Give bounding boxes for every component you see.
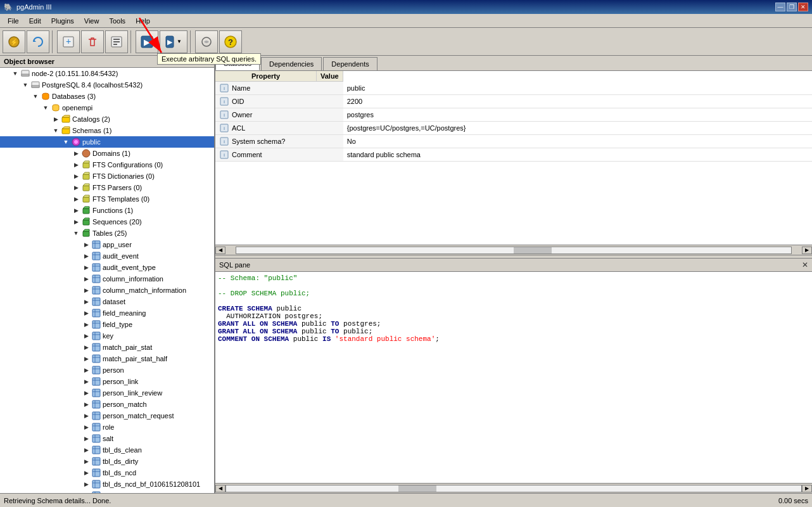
tree-node-sequences[interactable]: ▶ Sequences (20) xyxy=(0,216,214,228)
expand-icon[interactable]: ▶ xyxy=(81,308,91,318)
expand-icon[interactable]: ▶ xyxy=(81,411,91,421)
tree-node-table-role[interactable]: ▶ role xyxy=(0,421,214,433)
execute-button[interactable]: ▶ xyxy=(136,30,158,53)
tree-node-ftsconfigs[interactable]: ▶ FTS Configurations (0) xyxy=(0,159,214,170)
expand-icon[interactable]: ▼ xyxy=(20,80,30,90)
menu-file[interactable]: File xyxy=(3,16,24,26)
tree-node-tables[interactable]: ▼ Tables (25) xyxy=(0,228,214,239)
expand-icon[interactable]: ▶ xyxy=(81,274,91,284)
expand-icon[interactable]: ▼ xyxy=(51,125,61,136)
tree-node-ftstemplates[interactable]: ▶ FTS Templates (0) xyxy=(0,193,214,205)
tree-node-table-tbl_ds_ncd[interactable]: ▶ tbl_ds_ncd xyxy=(0,467,214,478)
maximize-button[interactable]: ❐ xyxy=(787,3,797,11)
expand-icon[interactable]: ▶ xyxy=(81,262,91,273)
hscroll-thumb[interactable] xyxy=(514,247,552,254)
tree-node-ftsparsers[interactable]: ▶ FTS Parsers (0) xyxy=(0,182,214,193)
menu-view[interactable]: View xyxy=(79,16,105,26)
expand-icon[interactable]: ▶ xyxy=(81,285,91,295)
tree-node-openempi[interactable]: ▼ openempi xyxy=(0,102,214,113)
expand-icon[interactable]: ▶ xyxy=(81,240,91,250)
expand-icon[interactable]: ▶ xyxy=(81,251,91,261)
hscroll-right-btn[interactable]: ▶ xyxy=(802,247,812,254)
minimize-button[interactable]: — xyxy=(775,3,785,11)
properties-hscroll[interactable]: ◀ ▶ xyxy=(215,245,812,255)
hscroll-track[interactable] xyxy=(236,247,792,254)
tree-node-table-person_match[interactable]: ▶ person_match xyxy=(0,399,214,410)
tree-node-table-audit_event_type[interactable]: ▶ audit_event_type xyxy=(0,262,214,273)
sql-hscroll-right[interactable]: ▶ xyxy=(802,485,812,492)
expand-icon[interactable]: ▶ xyxy=(71,194,81,204)
tree-node-table-salt[interactable]: ▶ salt xyxy=(0,433,214,444)
execute-drop-button[interactable]: ▶ ▼ xyxy=(160,30,187,53)
tree-node-table-person_link_review[interactable]: ▶ person_link_review xyxy=(0,387,214,399)
menu-tools[interactable]: Tools xyxy=(104,16,130,26)
expand-icon[interactable]: ▶ xyxy=(81,297,91,307)
close-button[interactable]: ✕ xyxy=(798,3,808,11)
tree-node-node2[interactable]: ▼ node-2 (10.151.10.84:5432) xyxy=(0,68,214,79)
tree-node-domains[interactable]: ▶ Domains (1) xyxy=(0,148,214,159)
expand-icon[interactable]: ▶ xyxy=(71,183,81,193)
menu-plugins[interactable]: Plugins xyxy=(46,16,79,26)
hscroll-left-btn[interactable]: ◀ xyxy=(215,247,225,254)
expand-icon[interactable]: ▼ xyxy=(41,103,51,113)
menu-edit[interactable]: Edit xyxy=(24,16,46,26)
vacuum-button[interactable] xyxy=(195,30,218,53)
newobj-button[interactable]: + xyxy=(57,30,80,53)
expand-icon[interactable]: ▶ xyxy=(81,468,91,478)
sql-hscroll-thumb[interactable] xyxy=(398,485,436,492)
expand-icon[interactable]: ▶ xyxy=(81,433,91,444)
expand-icon[interactable]: ▶ xyxy=(71,217,81,227)
expand-icon[interactable]: ▼ xyxy=(10,68,20,79)
expand-icon[interactable]: ▶ xyxy=(81,456,91,466)
sql-hscroll-left[interactable]: ◀ xyxy=(215,485,225,492)
tab-dependencies[interactable]: Dependencies xyxy=(261,57,322,70)
expand-icon[interactable]: ▶ xyxy=(81,365,91,375)
sql-content[interactable]: -- Schema: "public" -- DROP SCHEMA publi… xyxy=(215,272,812,483)
window-controls[interactable]: — ❐ ✕ xyxy=(775,3,808,11)
tree-node-table-tbl_ds_dirty[interactable]: ▶ tbl_ds_dirty xyxy=(0,456,214,467)
expand-icon[interactable]: ▶ xyxy=(71,160,81,170)
expand-icon[interactable]: ▼ xyxy=(30,91,41,101)
delete-button[interactable] xyxy=(81,30,104,53)
tree-node-table-tbl_ds_ncd_bf_0106151208101[interactable]: ▶ tbl_ds_ncd_bf_0106151208101 xyxy=(0,478,214,490)
tree-node-schemas[interactable]: ▼ Schemas (1) xyxy=(0,125,214,136)
tree-node-table-person[interactable]: ▶ person xyxy=(0,364,214,376)
expand-icon[interactable]: ▶ xyxy=(81,445,91,455)
tree-node-table-field_meaning[interactable]: ▶ field_meaning xyxy=(0,307,214,319)
tab-dependents[interactable]: Dependents xyxy=(323,57,377,70)
tree-node-catalogs[interactable]: ▶ Catalogs (2) xyxy=(0,113,214,125)
help-button[interactable]: ? xyxy=(219,30,242,53)
tree-node-table-column_match_information[interactable]: ▶ column_match_information xyxy=(0,285,214,296)
tree-node-public[interactable]: ▼ public xyxy=(0,136,214,148)
expand-icon[interactable]: ▼ xyxy=(71,228,81,238)
expand-icon[interactable]: ▶ xyxy=(81,319,91,330)
tree-node-table-person_match_request[interactable]: ▶ person_match_request xyxy=(0,410,214,421)
expand-icon[interactable]: ▶ xyxy=(81,342,91,352)
expand-icon[interactable]: ▶ xyxy=(71,148,81,158)
expand-icon[interactable]: ▶ xyxy=(81,376,91,387)
expand-icon[interactable]: ▶ xyxy=(81,388,91,398)
tree-node-table-dataset[interactable]: ▶ dataset xyxy=(0,296,214,307)
tree-node-table-person_link[interactable]: ▶ person_link xyxy=(0,376,214,387)
tree-view[interactable]: ▼ node-2 (10.151.10.84:5432) ▼ PostgreSQ… xyxy=(0,68,214,493)
edit-button[interactable] xyxy=(105,30,128,53)
tree-node-table-app_user[interactable]: ▶ app_user xyxy=(0,239,214,250)
tree-node-table-match_pair_stat_half[interactable]: ▶ match_pair_stat_half xyxy=(0,353,214,364)
tree-node-table-tbl_ds_ncd_cbf_0106151208101[interactable]: ▶ tbl_ds_ncd_cbf_0106151208101 xyxy=(0,490,214,493)
expand-icon[interactable]: ▶ xyxy=(81,422,91,432)
expand-icon[interactable]: ▶ xyxy=(71,171,81,181)
expand-icon[interactable]: ▶ xyxy=(81,399,91,409)
expand-icon[interactable]: ▼ xyxy=(61,137,71,147)
tree-node-table-key[interactable]: ▶ key xyxy=(0,330,214,342)
tree-node-table-audit_event[interactable]: ▶ audit_event xyxy=(0,250,214,262)
tree-node-ftsdicts[interactable]: ▶ FTS Dictionaries (0) xyxy=(0,170,214,182)
tree-node-table-column_information[interactable]: ▶ column_information xyxy=(0,273,214,285)
expand-icon[interactable]: ▶ xyxy=(71,205,81,215)
tree-node-databases[interactable]: ▼ Databases (3) xyxy=(0,91,214,102)
sql-hscroll-track[interactable] xyxy=(225,485,802,492)
expand-icon[interactable]: ▶ xyxy=(51,114,61,124)
tree-node-pg84[interactable]: ▼ PostgreSQL 8.4 (localhost:5432) xyxy=(0,79,214,91)
tree-node-table-field_type[interactable]: ▶ field_type xyxy=(0,319,214,330)
sql-pane-close-button[interactable]: ✕ xyxy=(802,260,808,269)
connect-button[interactable]: ⚡ xyxy=(3,30,25,53)
